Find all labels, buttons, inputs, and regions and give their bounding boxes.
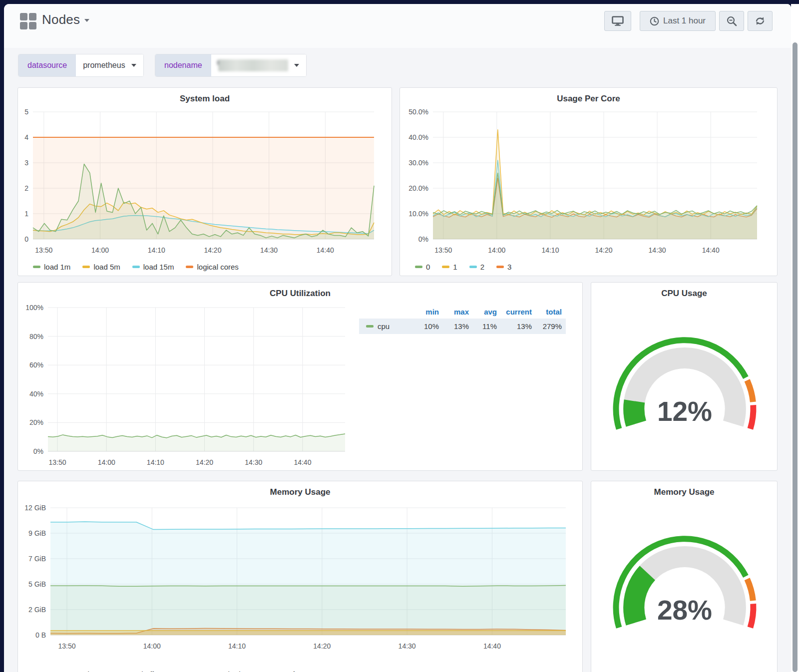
system-load-legend: load 1mload 5mload 15mlogical cores xyxy=(33,263,239,271)
cpu-current-value: 13% xyxy=(501,322,536,331)
legend-item[interactable]: 0 xyxy=(415,263,430,271)
var-datasource: datasource prometheus xyxy=(18,54,144,77)
cpu-max-value: 13% xyxy=(443,322,473,331)
svg-text:13:50: 13:50 xyxy=(58,642,76,650)
dashboard-grid-icon[interactable] xyxy=(20,13,36,29)
svg-text:13:50: 13:50 xyxy=(49,458,66,466)
panel-title-memory-usage-gauge[interactable]: Memory Usage xyxy=(591,487,777,497)
legend-label: 2 xyxy=(480,263,484,271)
svg-text:14:30: 14:30 xyxy=(649,246,666,254)
svg-text:40.0%: 40.0% xyxy=(408,133,428,141)
memory-usage-gauge: 28% xyxy=(602,535,767,636)
legend-item[interactable]: 1 xyxy=(442,263,457,271)
svg-text:14:20: 14:20 xyxy=(595,246,612,254)
svg-text:14:00: 14:00 xyxy=(98,458,115,466)
series-color-swatch xyxy=(496,266,504,268)
var-nodename: nodename xyxy=(155,54,307,77)
svg-text:40%: 40% xyxy=(29,390,43,398)
legend-item[interactable]: memory buffers xyxy=(101,670,164,672)
chevron-down-icon xyxy=(84,19,89,22)
panel-title-usage-per-core[interactable]: Usage Per Core xyxy=(400,94,777,104)
legend-label: memory buffers xyxy=(112,670,164,672)
series-color-swatch xyxy=(186,266,193,268)
cpu-table-header-total[interactable]: total xyxy=(536,308,566,316)
legend-item[interactable]: memory used xyxy=(33,670,89,672)
var-nodename-dropdown[interactable] xyxy=(211,54,306,76)
memory-usage-legend: memory usedmemory buffersmemory cachedme… xyxy=(33,670,306,672)
cpu-table-header-avg[interactable]: avg xyxy=(473,308,501,316)
cpu-table-header-max[interactable]: max xyxy=(443,308,473,316)
svg-text:14:20: 14:20 xyxy=(196,458,213,466)
svg-text:14:10: 14:10 xyxy=(147,458,164,466)
dashboard: Nodes Last 1 hour xyxy=(4,4,791,672)
gauge-value-text: 28% xyxy=(657,595,712,626)
panel-usage-per-core: 13:5014:0014:1014:2014:3014:400%10.0%20.… xyxy=(400,87,778,276)
cpu-series-label: cpu xyxy=(378,322,390,331)
var-nodename-label: nodename xyxy=(155,54,211,76)
usage-per-core-chart[interactable]: 13:5014:0014:1014:2014:3014:400%10.0%20.… xyxy=(400,88,778,277)
svg-text:7 GiB: 7 GiB xyxy=(28,555,46,563)
cpu-total-value: 279% xyxy=(536,322,566,331)
series-color-swatch xyxy=(366,325,374,328)
svg-text:20%: 20% xyxy=(29,418,43,426)
svg-text:14:20: 14:20 xyxy=(204,246,221,254)
legend-item[interactable]: load 1m xyxy=(33,263,70,271)
cpu-table-header-min[interactable]: min xyxy=(414,308,443,316)
svg-text:14:30: 14:30 xyxy=(245,458,262,466)
tv-mode-button[interactable] xyxy=(604,11,631,31)
svg-text:12 GiB: 12 GiB xyxy=(24,504,46,512)
var-datasource-dropdown[interactable]: prometheus xyxy=(76,54,143,76)
panel-memory-usage: 13:5014:0014:1014:2014:3014:400 B2 GiB5 … xyxy=(17,481,583,672)
panel-title-cpu-usage[interactable]: CPU Usage xyxy=(591,289,777,299)
cpu-table-header-current[interactable]: current xyxy=(501,308,536,316)
panel-cpu-utilization: 13:5014:0014:1014:2014:3014:400%20%40%60… xyxy=(17,282,583,471)
svg-text:50.0%: 50.0% xyxy=(408,108,428,116)
series-color-swatch xyxy=(469,266,477,268)
svg-text:4: 4 xyxy=(24,133,28,141)
cpu-table-row[interactable]: cpu 10% 13% 11% 13% 279% xyxy=(359,319,566,334)
svg-text:5: 5 xyxy=(24,108,28,116)
panel-title-cpu-utilization[interactable]: CPU Utilization xyxy=(18,289,582,299)
clock-icon xyxy=(650,16,659,26)
chevron-down-icon xyxy=(131,64,136,67)
svg-text:5 GiB: 5 GiB xyxy=(28,580,46,588)
cpu-legend-table: min max avg current total cpu 10% 13% 11… xyxy=(359,305,566,334)
svg-text:60%: 60% xyxy=(29,361,43,369)
refresh-button[interactable] xyxy=(748,11,773,31)
svg-text:1: 1 xyxy=(24,210,28,218)
svg-text:13:50: 13:50 xyxy=(35,246,52,254)
panel-title-memory-usage[interactable]: Memory Usage xyxy=(18,487,582,497)
var-datasource-label: datasource xyxy=(18,54,76,76)
legend-item[interactable]: memory free xyxy=(253,670,306,672)
legend-item[interactable]: load 5m xyxy=(82,263,120,271)
memory-usage-chart[interactable]: 13:5014:0014:1014:2014:3014:400 B2 GiB5 … xyxy=(18,481,583,672)
system-load-chart[interactable]: 13:5014:0014:1014:2014:3014:40012345 xyxy=(18,88,393,277)
scrollbar-thumb[interactable] xyxy=(793,42,798,672)
scrollbar-track[interactable] xyxy=(791,4,799,672)
usage-per-core-legend: 0123 xyxy=(415,263,511,271)
dashboard-title[interactable]: Nodes xyxy=(42,12,89,27)
series-color-swatch xyxy=(415,266,422,268)
legend-item[interactable]: logical cores xyxy=(186,263,238,271)
cpu-usage-gauge: 12% xyxy=(602,336,767,437)
panel-title-system-load[interactable]: System load xyxy=(18,94,392,104)
time-range-button[interactable]: Last 1 hour xyxy=(640,11,716,31)
svg-text:14:00: 14:00 xyxy=(488,246,505,254)
chevron-down-icon xyxy=(294,64,299,67)
legend-item[interactable]: 2 xyxy=(469,263,484,271)
legend-item[interactable]: memory cached xyxy=(176,670,241,672)
svg-text:14:10: 14:10 xyxy=(148,246,165,254)
svg-text:14:20: 14:20 xyxy=(313,642,331,650)
legend-item[interactable]: 3 xyxy=(496,263,511,271)
cpu-avg-value: 11% xyxy=(473,322,501,331)
legend-label: memory cached xyxy=(187,670,241,672)
svg-text:3: 3 xyxy=(24,159,28,167)
series-color-swatch xyxy=(82,266,90,268)
zoom-out-button[interactable] xyxy=(719,11,744,31)
legend-label: load 1m xyxy=(44,263,70,271)
svg-text:0%: 0% xyxy=(33,447,43,455)
svg-text:80%: 80% xyxy=(29,333,43,340)
legend-label: logical cores xyxy=(197,263,238,271)
dashboard-title-text: Nodes xyxy=(42,12,80,27)
legend-item[interactable]: load 15m xyxy=(132,263,174,271)
